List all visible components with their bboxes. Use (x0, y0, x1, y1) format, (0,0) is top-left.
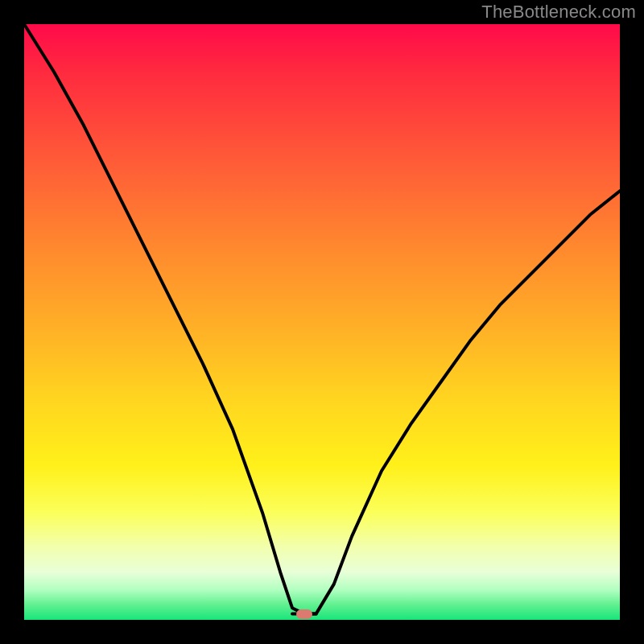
curve-path (24, 24, 620, 614)
optimum-marker (296, 609, 312, 619)
bottleneck-curve (24, 24, 620, 620)
chart-frame: TheBottleneck.com (0, 0, 644, 644)
plot-area (24, 24, 620, 620)
watermark-text: TheBottleneck.com (481, 2, 636, 23)
